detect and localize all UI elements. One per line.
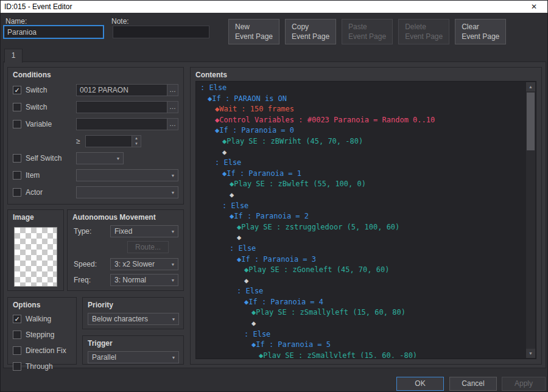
event-command-line[interactable]: ◆ — [197, 318, 526, 329]
variable-amount-spinner[interactable]: ▲ ▼ — [85, 135, 141, 147]
option-direction-fix-label: Direction Fix — [26, 346, 66, 355]
event-command-line[interactable]: ◆Wait : 150 frames — [197, 104, 526, 115]
autonomous-movement-title: Autonomous Movement — [68, 210, 183, 222]
movement-route-row: Route... — [74, 241, 178, 253]
new-event-page-button[interactable]: NewEvent Page — [228, 19, 279, 44]
event-command-line[interactable]: ◆Play SE : zBWriht (45, 70, -80) — [197, 136, 526, 147]
movement-type-label: Type: — [74, 227, 110, 236]
trigger-group: Trigger Parallel ▼ — [82, 335, 184, 365]
movement-speed-row: Speed: 3: x2 Slower ▼ — [74, 258, 178, 270]
trigger-dropdown[interactable]: Parallel ▼ — [88, 351, 179, 363]
options-group: Options ✓WalkingSteppingDirection FixThr… — [7, 297, 77, 365]
event-command-line[interactable]: ◆ — [197, 147, 526, 158]
window-title: ID:015 - Event Editor — [4, 2, 72, 11]
event-command-line[interactable]: ◆If : Paranoia = 1 — [197, 169, 526, 180]
switch2-browse-button[interactable]: … — [167, 102, 178, 113]
paste-event-page-button: PasteEvent Page — [342, 19, 393, 44]
event-command-line[interactable]: ◆Control Variables : #0023 Paranoia = Ra… — [197, 115, 526, 126]
event-command-line[interactable]: ◆If : Paranoia = 5 — [197, 340, 526, 351]
spinner-up-icon[interactable]: ▲ — [132, 136, 141, 141]
tab-page-1[interactable]: 1 — [4, 49, 23, 63]
option-stepping-checkbox[interactable] — [13, 331, 21, 339]
option-stepping-label: Stepping — [26, 331, 54, 339]
event-command-line[interactable]: ◆ — [197, 276, 526, 287]
movement-freq-dropdown[interactable]: 3: Normal ▼ — [110, 274, 178, 286]
options-list: ✓WalkingSteppingDirection FixThrough — [8, 313, 76, 373]
option-through-checkbox[interactable] — [13, 362, 21, 371]
event-command-line[interactable]: ◆If : Paranoia = 0 — [197, 125, 526, 136]
spinner-down-icon[interactable]: ▼ — [132, 141, 141, 147]
condition-switch2-row: Switch … — [13, 101, 178, 113]
page-button-label: Delete — [405, 22, 443, 32]
actor-checkbox[interactable] — [13, 188, 21, 197]
scrollbar-thumb[interactable] — [527, 93, 535, 150]
switch2-checkbox[interactable] — [13, 103, 21, 111]
item-label: Item — [26, 171, 40, 180]
clear-event-page-button[interactable]: ClearEvent Page — [455, 19, 506, 44]
condition-switch1-row: ✓ Switch 0012 PARAON … — [13, 84, 178, 96]
movement-speed-dropdown[interactable]: 3: x2 Slower ▼ — [110, 258, 178, 270]
cancel-button[interactable]: Cancel — [449, 377, 497, 391]
copy-event-page-button[interactable]: CopyEvent Page — [285, 19, 336, 44]
movement-type-value: Fixed — [111, 227, 168, 236]
actor-dropdown[interactable]: ▼ — [76, 186, 178, 198]
item-checkbox[interactable] — [13, 171, 21, 180]
option-direction-fix-checkbox[interactable] — [13, 346, 21, 355]
priority-dropdown[interactable]: Below characters ▼ — [88, 313, 179, 325]
event-command-line[interactable]: ◆If : PARAON is ON — [197, 94, 526, 105]
vertical-scrollbar[interactable]: ▲ ▼ — [526, 82, 535, 358]
movement-freq-row: Freq: 3: Normal ▼ — [74, 274, 178, 286]
event-command-line[interactable]: : Else — [197, 286, 526, 297]
option-row-direction-fix: Direction Fix — [13, 345, 71, 357]
actor-label: Actor — [26, 188, 43, 197]
name-input[interactable] — [4, 26, 104, 38]
option-walking-checkbox[interactable]: ✓ — [13, 315, 21, 323]
conditions-group: Conditions ✓ Switch 0012 PARAON … Switch — [7, 67, 184, 205]
page-button-label: Copy — [292, 22, 329, 32]
self-switch-checkbox[interactable] — [13, 154, 21, 163]
switch1-field[interactable]: 0012 PARAON … — [76, 84, 178, 96]
event-command-line[interactable]: ◆ — [197, 233, 526, 243]
movement-type-dropdown[interactable]: Fixed ▼ — [110, 225, 178, 237]
chevron-down-icon: ▼ — [168, 173, 178, 178]
scroll-up-icon[interactable]: ▲ — [526, 82, 535, 91]
contents-group: Contents : Else◆If : PARAON is ON◆Wait :… — [190, 67, 542, 365]
note-input[interactable] — [113, 26, 209, 38]
switch2-value — [77, 102, 167, 113]
event-command-line[interactable]: ◆Play SE : zstruggledoor (5, 100, 60) — [197, 222, 526, 233]
event-command-list[interactable]: : Else◆If : PARAON is ON◆Wait : 150 fram… — [195, 81, 536, 359]
condition-item-row: Item ▼ — [13, 169, 178, 181]
self-switch-dropdown[interactable]: ▼ — [76, 152, 124, 164]
close-icon[interactable]: ✕ — [524, 2, 544, 11]
movement-type-row: Type: Fixed ▼ — [74, 225, 178, 237]
switch1-browse-button[interactable]: … — [167, 85, 178, 96]
event-command-line[interactable]: : Else — [197, 83, 526, 94]
event-command-line[interactable]: : Else — [197, 158, 526, 169]
condition-variable-compare-row: ≥ ▲ ▼ — [13, 135, 178, 147]
option-row-walking: ✓Walking — [13, 313, 71, 325]
switch2-field[interactable]: … — [76, 101, 178, 113]
ok-button[interactable]: OK — [396, 377, 444, 391]
event-command-line[interactable]: : Else — [197, 243, 526, 254]
event-command-line[interactable]: : Else — [197, 201, 526, 212]
variable-field[interactable]: … — [76, 118, 178, 130]
event-command-line[interactable]: ◆If : Paranoia = 4 — [197, 297, 526, 308]
event-command-line[interactable]: ◆If : Paranoia = 3 — [197, 254, 526, 265]
event-command-line[interactable]: ◆Play SE : zSmallyleft (15, 60, 80) — [197, 307, 526, 318]
gte-label: ≥ — [76, 137, 85, 145]
character-image-preview[interactable] — [14, 227, 57, 287]
event-command-line[interactable]: : Else — [197, 329, 526, 340]
variable-checkbox[interactable] — [13, 120, 21, 128]
scroll-down-icon[interactable]: ▼ — [526, 349, 535, 358]
event-command-line[interactable]: ◆Play SE : zBwleft (55, 100, 0) — [197, 179, 526, 190]
event-command-line[interactable]: ◆Play SE : zSmallyleft (15, 60, -80) — [197, 351, 526, 358]
movement-freq-value: 3: Normal — [111, 276, 168, 284]
switch1-checkbox[interactable]: ✓ — [13, 86, 21, 94]
variable-browse-button[interactable]: … — [167, 119, 178, 130]
event-command-line[interactable]: ◆If : Paranoia = 2 — [197, 211, 526, 222]
event-command-area[interactable]: : Else◆If : PARAON is ON◆Wait : 150 fram… — [197, 82, 526, 358]
event-command-line[interactable]: ◆ — [197, 190, 526, 201]
event-page-panel: Conditions ✓ Switch 0012 PARAON … Switch — [3, 61, 546, 368]
event-command-line[interactable]: ◆Play SE : zGoneleft (45, 70, 60) — [197, 265, 526, 276]
item-dropdown[interactable]: ▼ — [76, 169, 178, 181]
